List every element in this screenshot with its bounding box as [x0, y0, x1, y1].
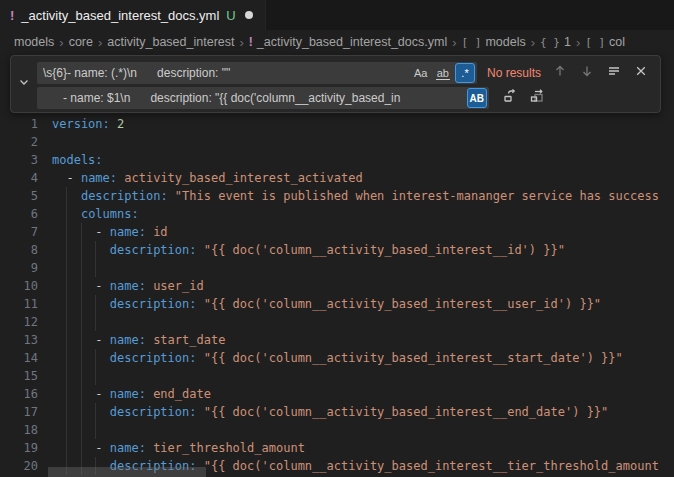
chevron-down-icon [16, 74, 32, 94]
breadcrumb: models›core›activity_based_interest›!_ac… [0, 30, 674, 54]
breadcrumb-separator-icon: › [59, 35, 63, 50]
arrow-down-icon [579, 63, 595, 83]
replace-input[interactable]: - name: $1\n description: "{{ doc('colum… [37, 87, 489, 109]
breadcrumb-item[interactable]: [ ]models [462, 35, 526, 49]
line-number[interactable]: 10 [0, 277, 38, 295]
modified-dot-icon[interactable] [245, 11, 253, 19]
code-line[interactable]: 3models: [0, 151, 674, 169]
breadcrumb-item[interactable]: models [14, 35, 54, 49]
code-line[interactable]: 8 description: "{{ doc('column__activity… [0, 241, 674, 259]
breadcrumb-item[interactable]: [ ]col [585, 35, 625, 49]
close-find-button[interactable] [632, 64, 650, 82]
preserve-case-button[interactable]: AB [467, 88, 487, 108]
code-line[interactable]: 13 - name: start_date [0, 331, 674, 349]
symbol-array-icon: [ ] [585, 36, 605, 49]
code-lines: 1version: 223models:4 - name: activity_b… [0, 115, 674, 475]
line-number[interactable]: 17 [0, 403, 38, 421]
code-line[interactable]: 11 description: "{{ doc('column__activit… [0, 295, 674, 313]
replace-icon [502, 88, 518, 108]
code-line[interactable]: 19 - name: tier_threshold_amount [0, 439, 674, 457]
find-input[interactable]: \s{6}- name: (.*)\n description: "" Aa a… [37, 62, 477, 84]
line-number[interactable]: 15 [0, 367, 38, 385]
breadcrumb-item[interactable]: !_activity_based_interest_docs.yml [249, 35, 447, 49]
find-input-value: \s{6}- name: (.*)\n description: "" [43, 66, 407, 80]
editor: 1version: 223models:4 - name: activity_b… [0, 54, 674, 477]
line-number[interactable]: 20 [0, 457, 38, 475]
breadcrumb-item[interactable]: { }1 [540, 35, 571, 49]
replace-button[interactable] [501, 89, 519, 107]
line-number[interactable]: 5 [0, 187, 38, 205]
breadcrumb-separator-icon: › [98, 35, 102, 50]
breadcrumb-separator-icon: › [452, 35, 456, 50]
code-line[interactable]: 2 [0, 133, 674, 151]
line-number[interactable]: 3 [0, 151, 38, 169]
line-number[interactable]: 18 [0, 421, 38, 439]
arrow-up-icon [552, 63, 568, 83]
breadcrumb-separator-icon: › [576, 35, 580, 50]
line-number[interactable]: 6 [0, 205, 38, 223]
symbol-object-icon: { } [540, 36, 560, 49]
code-line[interactable]: 17 description: "{{ doc('column__activit… [0, 403, 674, 421]
find-results-label: No results [487, 66, 541, 80]
line-number[interactable]: 11 [0, 295, 38, 313]
git-status-badge: U [226, 8, 235, 23]
code-line[interactable]: 4 - name: activity_based_interest_activa… [0, 169, 674, 187]
line-number[interactable]: 2 [0, 133, 38, 151]
code-line[interactable]: 5 description: "This event is published … [0, 187, 674, 205]
code-line[interactable]: 1version: 2 [0, 115, 674, 133]
line-number[interactable]: 12 [0, 313, 38, 331]
find-previous-button[interactable] [551, 64, 569, 82]
breadcrumb-separator-icon: › [239, 35, 243, 50]
close-icon [633, 63, 649, 83]
find-in-selection-button[interactable] [605, 64, 623, 82]
line-number[interactable]: 13 [0, 331, 38, 349]
yaml-file-icon: ! [249, 35, 253, 49]
yaml-file-icon: ! [10, 8, 14, 23]
code-line[interactable]: 16 - name: end_date [0, 385, 674, 403]
code-line[interactable]: 9 [0, 259, 674, 277]
code-line[interactable]: 14 description: "{{ doc('column__activit… [0, 349, 674, 367]
line-number[interactable]: 1 [0, 115, 38, 133]
find-next-button[interactable] [578, 64, 596, 82]
tab-title: _activity_based_interest_docs.yml [21, 8, 219, 23]
line-number[interactable]: 14 [0, 349, 38, 367]
find-widget: \s{6}- name: (.*)\n description: "" Aa a… [10, 55, 661, 113]
code-line[interactable]: 12 [0, 313, 674, 331]
breadcrumb-item[interactable]: core [69, 35, 93, 49]
symbol-array-icon: [ ] [462, 36, 482, 49]
replace-all-icon [529, 88, 545, 108]
code-line[interactable]: 6 columns: [0, 205, 674, 223]
horizontal-scrollbar[interactable] [48, 467, 206, 477]
line-number[interactable]: 9 [0, 259, 38, 277]
code-line[interactable]: 15 [0, 367, 674, 385]
breadcrumb-item[interactable]: activity_based_interest [107, 35, 234, 49]
code-line[interactable]: 18 [0, 421, 674, 439]
tab-active[interactable]: ! _activity_based_interest_docs.yml U [0, 0, 266, 30]
line-number[interactable]: 19 [0, 439, 38, 457]
toggle-replace-button[interactable] [11, 56, 37, 112]
regex-button[interactable]: .* [455, 63, 475, 83]
selection-lines-icon [606, 63, 622, 83]
code-line[interactable]: 7 - name: id [0, 223, 674, 241]
replace-input-value: - name: $1\n description: "{{ doc('colum… [43, 91, 463, 105]
whole-word-button[interactable]: ab [433, 63, 453, 83]
breadcrumb-separator-icon: › [531, 35, 535, 50]
line-number[interactable]: 16 [0, 385, 38, 403]
line-number[interactable]: 8 [0, 241, 38, 259]
code-line[interactable]: 10 - name: user_id [0, 277, 674, 295]
line-number[interactable]: 4 [0, 169, 38, 187]
match-case-button[interactable]: Aa [411, 63, 431, 83]
line-number[interactable]: 7 [0, 223, 38, 241]
tab-bar: ! _activity_based_interest_docs.yml U [0, 0, 674, 30]
replace-all-button[interactable] [528, 89, 546, 107]
